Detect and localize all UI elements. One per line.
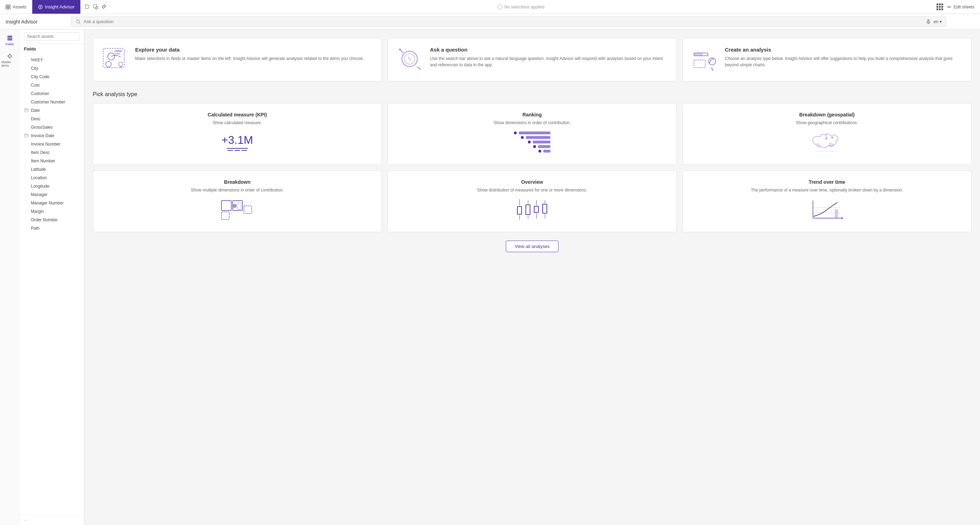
field-name: Cost <box>31 83 40 88</box>
rank-row <box>514 132 550 134</box>
question-search-bar[interactable]: en ▾ <box>71 16 946 27</box>
section-title: Pick analysis type <box>93 91 972 97</box>
rank-row <box>538 150 550 152</box>
svg-rect-14 <box>7 38 12 38</box>
field-item[interactable]: %KEY <box>20 56 84 64</box>
svg-rect-11 <box>928 19 929 22</box>
analysis-geo-description: Show geographical contributions. <box>796 120 858 125</box>
field-item[interactable]: Path <box>20 224 84 233</box>
svg-rect-0 <box>6 5 8 6</box>
svg-point-49 <box>831 136 833 138</box>
analysis-card-trend[interactable]: Trend over time The performance of a mea… <box>682 170 972 232</box>
lasso-tool-button[interactable] <box>93 4 99 10</box>
fields-list: %KEYCityCity CodeCostCustomerCustomer Nu… <box>20 56 84 515</box>
search-icon <box>76 19 81 24</box>
field-item[interactable]: Invoice Number <box>20 140 84 148</box>
analysis-card-geospatial[interactable]: Breakdown (geospatial) Show geographical… <box>682 103 972 165</box>
analysis-overview-description: Show distribution of measures for one or… <box>477 188 587 192</box>
left-sidebar: Fields Master items Fields %KEY <box>0 29 84 525</box>
paint-tool-button[interactable] <box>102 4 107 10</box>
field-item[interactable]: GrossSales <box>20 123 84 132</box>
microphone-icon[interactable] <box>926 19 931 24</box>
explore-data-icon <box>102 47 129 73</box>
field-name: Manager Number <box>31 201 64 206</box>
field-name: Latitude <box>31 167 46 172</box>
ask-question-icon <box>396 47 424 73</box>
kpi-dash <box>228 150 247 151</box>
field-item[interactable]: City <box>20 64 84 73</box>
field-name: Longitude <box>31 184 49 189</box>
analysis-card-overview[interactable]: Overview Show distribution of measures f… <box>388 170 677 232</box>
field-item[interactable]: Item Number <box>20 157 84 165</box>
svg-rect-2 <box>6 7 8 9</box>
sidebar-panel: Fields %KEYCityCity CodeCostCustomerCust… <box>20 29 84 525</box>
assets-tab[interactable]: Assets <box>0 0 32 14</box>
field-item[interactable]: Manager Number <box>20 199 84 207</box>
field-name: Order Number <box>31 217 58 222</box>
analysis-card-ranking[interactable]: Ranking Show dimensions in order of cont… <box>388 103 677 165</box>
view-all-button[interactable]: View all analyses <box>506 241 558 252</box>
field-item[interactable]: Item Desc <box>20 148 84 157</box>
svg-rect-15 <box>7 39 12 40</box>
field-name: Customer <box>31 91 49 96</box>
field-item[interactable]: Longitude <box>20 182 84 190</box>
grid-view-button[interactable] <box>937 3 943 10</box>
analysis-ranking-title: Ranking <box>522 112 542 117</box>
analysis-trend-title: Trend over time <box>809 179 845 185</box>
insight-advisor-tab[interactable]: Insight Advisor <box>32 0 80 14</box>
field-item[interactable]: Cost <box>20 81 84 89</box>
boxplot-3 <box>534 200 539 219</box>
overview-visual <box>396 195 668 224</box>
sidebar-item-fields[interactable]: Fields <box>0 32 19 49</box>
svg-line-41 <box>417 67 421 70</box>
create-analysis-description: Choose an analysis type below. Insight A… <box>725 56 963 68</box>
analysis-ranking-description: Show dimensions in order of contribution… <box>493 120 571 125</box>
svg-rect-51 <box>221 201 231 211</box>
edit-sheets-button[interactable]: ✏ Edit sheets <box>947 4 974 10</box>
svg-point-9 <box>76 20 80 23</box>
svg-point-47 <box>825 138 827 140</box>
field-item[interactable]: Desc <box>20 115 84 123</box>
svg-point-40 <box>399 48 401 51</box>
top-navigation: Assets Insight Advisor No select <box>0 0 980 14</box>
create-analysis-card[interactable]: Create an analysis Choose an analysis ty… <box>682 38 972 81</box>
boxplot-1 <box>517 199 522 219</box>
no-selections-indicator: No selections applied <box>111 5 931 10</box>
sidebar-icon-column: Fields Master items <box>0 29 20 525</box>
sidebar-collapse-button[interactable]: ← <box>20 515 84 525</box>
kpi-visual: +3.1M <box>102 128 373 156</box>
field-item[interactable]: Invoice Date <box>20 132 84 140</box>
analysis-grid: Calculated measure (KPI) Show calculated… <box>93 103 972 232</box>
field-name: Customer Number <box>31 100 65 105</box>
svg-line-10 <box>80 22 81 24</box>
field-item[interactable]: Manager <box>20 190 84 199</box>
field-item[interactable]: Location <box>20 174 84 182</box>
field-item[interactable]: Customer <box>20 89 84 98</box>
svg-point-34 <box>119 62 123 66</box>
sidebar-item-master-items[interactable]: Master items <box>0 50 19 70</box>
search-assets-input[interactable] <box>24 32 80 41</box>
explore-data-card[interactable]: Explore your data Make selections in fie… <box>93 38 382 81</box>
explore-data-description: Make selections in fields or master item… <box>135 56 364 62</box>
grid-icon <box>937 3 943 10</box>
ask-question-input[interactable] <box>84 19 923 24</box>
toolbar-icons <box>80 4 111 10</box>
ask-question-text: Ask a question Use the search bar above … <box>430 47 668 68</box>
field-item[interactable]: City Code <box>20 73 84 81</box>
ask-question-card[interactable]: Ask a question Use the search bar above … <box>388 38 677 81</box>
svg-rect-21 <box>25 109 28 112</box>
fields-icon <box>7 35 13 41</box>
field-item[interactable]: Order Number <box>20 216 84 224</box>
field-item[interactable]: Margin <box>20 207 84 216</box>
field-item[interactable]: Customer Number <box>20 98 84 106</box>
collapse-icon: ← <box>24 518 28 522</box>
field-item[interactable]: Latitude <box>20 165 84 174</box>
analysis-card-kpi[interactable]: Calculated measure (KPI) Show calculated… <box>93 103 382 165</box>
svg-rect-55 <box>244 206 252 214</box>
geo-visual <box>691 128 963 156</box>
analysis-card-breakdown[interactable]: Breakdown Show multiple dimensions in or… <box>93 170 382 232</box>
language-selector[interactable]: en ▾ <box>934 19 942 24</box>
field-item[interactable]: Date <box>20 106 84 115</box>
select-tool-button[interactable] <box>84 4 90 10</box>
pencil-icon: ✏ <box>947 4 951 10</box>
